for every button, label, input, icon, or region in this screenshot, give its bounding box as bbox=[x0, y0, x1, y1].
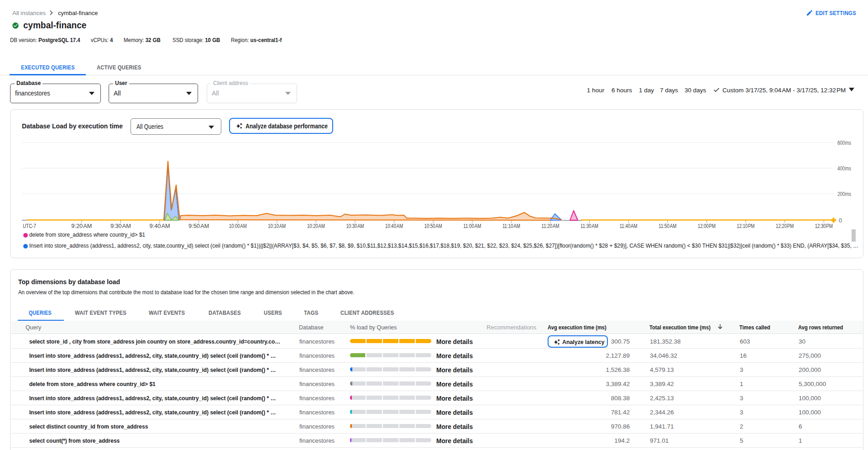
svg-text:9:50 AM: 9:50 AM bbox=[188, 223, 209, 229]
svg-text:10:40 AM: 10:40 AM bbox=[385, 223, 403, 229]
svg-text:9:30 AM: 9:30 AM bbox=[110, 223, 131, 229]
svg-text:11:30 AM: 11:30 AM bbox=[580, 223, 598, 229]
svg-text:10:50 AM: 10:50 AM bbox=[424, 223, 442, 229]
svg-text:12:30 PM: 12:30 PM bbox=[815, 223, 833, 229]
svg-text:200ms: 200ms bbox=[837, 191, 851, 197]
svg-text:12:10 PM: 12:10 PM bbox=[737, 223, 755, 229]
svg-text:10:10 AM: 10:10 AM bbox=[268, 223, 286, 229]
svg-text:11:40 AM: 11:40 AM bbox=[620, 223, 638, 229]
svg-text:12:00 PM: 12:00 PM bbox=[698, 223, 716, 229]
svg-text:9:40 AM: 9:40 AM bbox=[150, 223, 170, 229]
svg-text:11:10 AM: 11:10 AM bbox=[502, 223, 520, 229]
svg-text:10:30 AM: 10:30 AM bbox=[346, 223, 364, 229]
svg-text:12:20 PM: 12:20 PM bbox=[776, 223, 794, 229]
svg-text:0: 0 bbox=[839, 217, 842, 224]
svg-text:11:50 AM: 11:50 AM bbox=[659, 223, 676, 229]
svg-text:11:20 AM: 11:20 AM bbox=[542, 223, 559, 229]
svg-text:600ms: 600ms bbox=[837, 140, 851, 146]
svg-text:9:20 AM: 9:20 AM bbox=[71, 223, 92, 229]
svg-text:UTC-7: UTC-7 bbox=[23, 223, 36, 229]
svg-text:400ms: 400ms bbox=[837, 165, 851, 172]
svg-text:11:00 AM: 11:00 AM bbox=[463, 223, 481, 229]
svg-text:10:00 AM: 10:00 AM bbox=[229, 223, 247, 229]
svg-text:10:20 AM: 10:20 AM bbox=[307, 223, 325, 229]
